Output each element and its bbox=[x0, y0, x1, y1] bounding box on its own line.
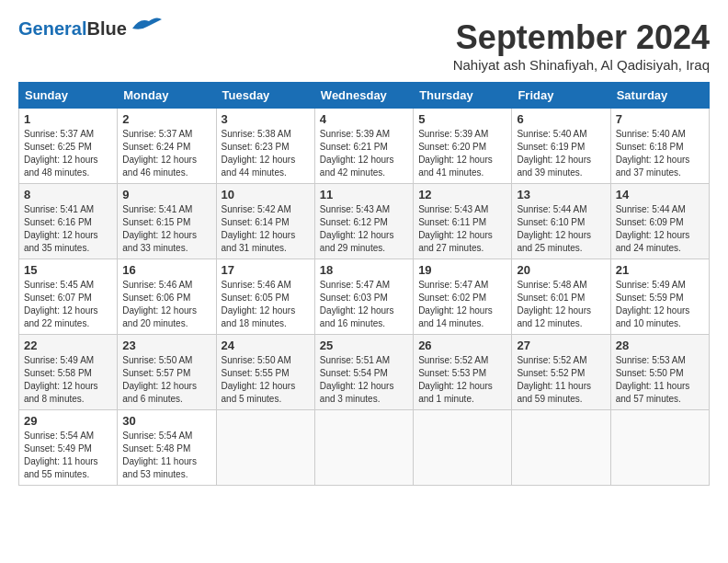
table-row: 28Sunrise: 5:53 AMSunset: 5:50 PMDayligh… bbox=[610, 335, 709, 410]
table-row: 16Sunrise: 5:46 AMSunset: 6:06 PMDayligh… bbox=[118, 259, 216, 335]
table-row: 30Sunrise: 5:54 AMSunset: 5:48 PMDayligh… bbox=[118, 410, 216, 486]
table-row: 9Sunrise: 5:41 AMSunset: 6:15 PMDaylight… bbox=[118, 184, 216, 259]
table-row: 18Sunrise: 5:47 AMSunset: 6:03 PMDayligh… bbox=[314, 259, 413, 335]
location-subtitle: Nahiyat ash Shinafiyah, Al Qadisiyah, Ir… bbox=[453, 57, 710, 73]
table-row: 26Sunrise: 5:52 AMSunset: 5:53 PMDayligh… bbox=[414, 335, 512, 410]
table-row: 20Sunrise: 5:48 AMSunset: 6:01 PMDayligh… bbox=[512, 259, 610, 335]
title-section: September 2024 Nahiyat ash Shinafiyah, A… bbox=[453, 18, 710, 73]
table-row: 3Sunrise: 5:38 AMSunset: 6:23 PMDaylight… bbox=[216, 109, 314, 184]
table-row: 8Sunrise: 5:41 AMSunset: 6:16 PMDaylight… bbox=[19, 184, 118, 259]
table-row: 23Sunrise: 5:50 AMSunset: 5:57 PMDayligh… bbox=[118, 335, 216, 410]
table-row: 4Sunrise: 5:39 AMSunset: 6:21 PMDaylight… bbox=[314, 109, 413, 184]
table-row: 10Sunrise: 5:42 AMSunset: 6:14 PMDayligh… bbox=[216, 184, 314, 259]
header-monday: Monday bbox=[118, 83, 216, 109]
logo-bird-icon bbox=[131, 16, 164, 32]
table-row: 7Sunrise: 5:40 AMSunset: 6:18 PMDaylight… bbox=[610, 109, 709, 184]
table-row: 19Sunrise: 5:47 AMSunset: 6:02 PMDayligh… bbox=[414, 259, 512, 335]
table-row: 1Sunrise: 5:37 AMSunset: 6:25 PMDaylight… bbox=[19, 109, 118, 184]
table-row: 22Sunrise: 5:49 AMSunset: 5:58 PMDayligh… bbox=[19, 335, 118, 410]
header-saturday: Saturday bbox=[610, 83, 709, 109]
table-row: 2Sunrise: 5:37 AMSunset: 6:24 PMDaylight… bbox=[118, 109, 216, 184]
table-row bbox=[216, 410, 314, 486]
table-row bbox=[414, 410, 512, 486]
page-header: GeneralBlue September 2024 Nahiyat ash S… bbox=[18, 18, 710, 73]
table-row bbox=[512, 410, 610, 486]
table-row bbox=[314, 410, 413, 486]
table-row: 12Sunrise: 5:43 AMSunset: 6:11 PMDayligh… bbox=[414, 184, 512, 259]
table-row: 5Sunrise: 5:39 AMSunset: 6:20 PMDaylight… bbox=[414, 109, 512, 184]
header-sunday: Sunday bbox=[19, 83, 118, 109]
header-friday: Friday bbox=[512, 83, 610, 109]
table-row: 11Sunrise: 5:43 AMSunset: 6:12 PMDayligh… bbox=[314, 184, 413, 259]
header-tuesday: Tuesday bbox=[216, 83, 314, 109]
logo-line1: General bbox=[18, 18, 86, 39]
table-row: 27Sunrise: 5:52 AMSunset: 5:52 PMDayligh… bbox=[512, 335, 610, 410]
calendar-table: Sunday Monday Tuesday Wednesday Thursday… bbox=[18, 82, 710, 486]
table-row: 15Sunrise: 5:45 AMSunset: 6:07 PMDayligh… bbox=[19, 259, 118, 335]
table-row: 13Sunrise: 5:44 AMSunset: 6:10 PMDayligh… bbox=[512, 184, 610, 259]
month-title: September 2024 bbox=[453, 18, 710, 57]
table-row: 24Sunrise: 5:50 AMSunset: 5:55 PMDayligh… bbox=[216, 335, 314, 410]
table-row: 17Sunrise: 5:46 AMSunset: 6:05 PMDayligh… bbox=[216, 259, 314, 335]
header-thursday: Thursday bbox=[414, 83, 512, 109]
header-wednesday: Wednesday bbox=[314, 83, 413, 109]
logo-line2: Blue bbox=[86, 18, 126, 39]
logo: GeneralBlue bbox=[18, 18, 164, 40]
table-row: 6Sunrise: 5:40 AMSunset: 6:19 PMDaylight… bbox=[512, 109, 610, 184]
table-row: 14Sunrise: 5:44 AMSunset: 6:09 PMDayligh… bbox=[610, 184, 709, 259]
table-row: 25Sunrise: 5:51 AMSunset: 5:54 PMDayligh… bbox=[314, 335, 413, 410]
table-row: 29Sunrise: 5:54 AMSunset: 5:49 PMDayligh… bbox=[19, 410, 118, 486]
table-row: 21Sunrise: 5:49 AMSunset: 5:59 PMDayligh… bbox=[610, 259, 709, 335]
calendar-header-row: Sunday Monday Tuesday Wednesday Thursday… bbox=[19, 83, 710, 109]
table-row bbox=[610, 410, 709, 486]
